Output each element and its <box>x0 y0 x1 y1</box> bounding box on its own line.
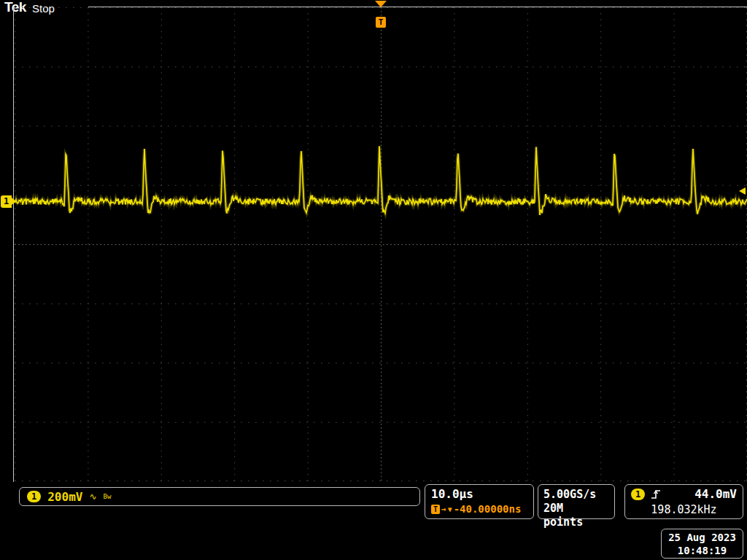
time-value: 10:48:19 <box>666 544 738 557</box>
acquisition-readout: 5.00GS/s 20M points <box>538 484 615 519</box>
marker-down-icon: ▼ <box>448 505 452 513</box>
date-value: 25 Aug 2023 <box>666 531 738 544</box>
trigger-frequency: 198.032kHz <box>631 503 737 516</box>
trigger-position-readout: T → ▼ -40.00000ns <box>431 503 527 515</box>
trigger-position-arrow-icon[interactable] <box>375 1 387 7</box>
oscilloscope-screen: Tek Stop T 1 1 200mV ∿ Bw 10.0µs T → ▼ -… <box>0 0 747 560</box>
trigger-position-value: -40.00000ns <box>454 503 522 515</box>
coupling-icon: ∿ <box>89 491 96 502</box>
waveform-display <box>15 7 747 481</box>
display-left-border <box>13 7 14 482</box>
trigger-position-marker[interactable]: T <box>376 17 386 28</box>
bandwidth-limit-icon: Bw <box>103 493 111 500</box>
trigger-t-icon: T <box>431 505 440 514</box>
timebase-scale: 10.0µs <box>431 487 527 501</box>
channel1-scale: 200mV <box>47 490 82 504</box>
trigger-source-badge: 1 <box>631 489 645 500</box>
trigger-level-value: 44.0mV <box>694 487 737 501</box>
trigger-readout: 1 44.0mV 198.032kHz <box>624 484 743 519</box>
rising-edge-slope-icon <box>651 489 661 499</box>
channel1-badge: 1 <box>27 491 41 502</box>
record-length: 20M points <box>543 502 609 529</box>
datetime-readout: 25 Aug 2023 10:48:19 <box>661 529 743 559</box>
trigger-level-arrow-icon[interactable] <box>739 187 746 195</box>
channel1-readout: 1 200mV ∿ Bw <box>19 487 420 506</box>
arrow-right-icon: → <box>441 505 446 514</box>
sample-rate: 5.00GS/s <box>543 488 609 502</box>
horizontal-readout: 10.0µs T → ▼ -40.00000ns <box>425 484 534 519</box>
channel1-ground-marker[interactable]: 1 <box>1 195 12 208</box>
